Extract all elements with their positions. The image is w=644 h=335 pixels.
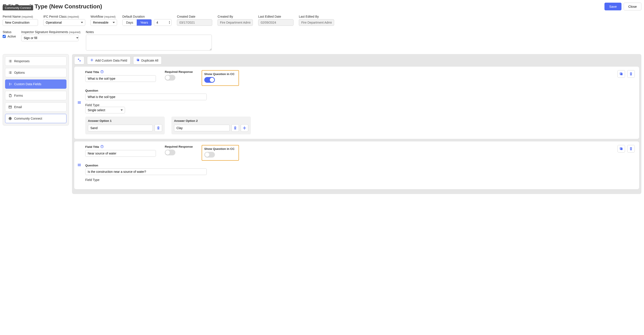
add-field-label: Add Custom Data Field (95, 59, 127, 62)
sidebar-item-label: Email (14, 105, 22, 109)
mail-icon (8, 105, 12, 109)
duration-years-option[interactable]: Years (137, 19, 152, 25)
workflow-label: Workflow (required) (90, 15, 117, 18)
svg-rect-19 (137, 59, 139, 61)
created-date-label: Created Date (177, 15, 212, 18)
delete-option-button[interactable] (154, 124, 162, 132)
svg-point-25 (102, 71, 102, 71)
notes-label: Notes (86, 30, 212, 34)
duplicate-field-button[interactable] (618, 145, 625, 152)
list-icon (8, 59, 12, 63)
sidebar-item-custom-data-fields[interactable]: Custom Data Fields (5, 79, 66, 89)
plus-icon (90, 58, 94, 62)
sidebar-item-label: Forms (14, 94, 23, 97)
status-label: Status (3, 30, 16, 34)
sidebar: Responses Options Custom Data Fields For… (3, 54, 69, 126)
show-in-cc-highlight: Show Question in CC (202, 145, 239, 161)
svg-rect-43 (620, 148, 622, 150)
stepper-down-icon[interactable]: ▼ (168, 22, 170, 24)
show-in-cc-highlight: Show Question in CC (202, 70, 239, 86)
ifc-class-select[interactable] (43, 19, 85, 26)
created-by-value (218, 19, 253, 26)
show-in-cc-toggle[interactable] (204, 152, 215, 158)
delete-field-button[interactable] (627, 70, 635, 78)
question-input[interactable] (85, 94, 207, 100)
data-field-card: Field Title Required ResponseShow Questi… (74, 141, 639, 189)
save-button[interactable]: Save (604, 3, 621, 10)
status-active-checkbox[interactable] (3, 35, 6, 38)
default-duration-label: Default Duration (122, 15, 172, 18)
expand-icon (78, 58, 81, 62)
field-type-select[interactable] (85, 107, 125, 113)
drag-handle-icon[interactable] (77, 163, 81, 168)
info-icon[interactable] (100, 145, 104, 149)
notes-textarea[interactable] (86, 35, 212, 50)
tooltip-community-connect: Community Connect (3, 5, 33, 10)
duplicate-field-button[interactable] (618, 70, 625, 78)
field-title-input[interactable] (85, 75, 156, 82)
sidebar-item-label: Custom Data Fields (14, 82, 41, 86)
list-icon (8, 71, 12, 74)
answer-option-card: Answer Option 2 (172, 116, 251, 134)
created-by-label: Created By (218, 15, 253, 18)
expand-button[interactable] (74, 56, 84, 64)
svg-point-41 (102, 146, 102, 146)
last-edited-date-label: Last Edited Date (258, 15, 294, 18)
workflow-select[interactable] (90, 19, 117, 26)
required-response-label: Required Response (165, 145, 193, 148)
duplicate-all-label: Duplicate All (141, 59, 158, 62)
sidebar-item-email[interactable]: Email (5, 102, 66, 112)
field-title-label: Field Title (85, 145, 156, 149)
required-response-toggle[interactable] (165, 75, 175, 80)
answer-option-card: Answer Option 1 (85, 116, 165, 134)
show-in-cc-label: Show Question in CC (204, 147, 234, 150)
sidebar-item-responses[interactable]: Responses (5, 56, 66, 66)
toolbar: Add Custom Data Field Duplicate All (72, 54, 641, 67)
field-title-label: Field Title (85, 70, 156, 74)
add-custom-data-field-button[interactable]: Add Custom Data Field (87, 56, 130, 64)
drag-handle-icon[interactable] (77, 100, 81, 105)
created-date-value (177, 19, 212, 26)
close-button[interactable]: Close (624, 3, 641, 10)
ifc-class-label: IFC Permit Class (required) (43, 15, 85, 18)
last-edited-date-value (258, 19, 294, 26)
sidebar-item-community-connect[interactable]: Community Connect (5, 114, 66, 123)
show-in-cc-label: Show Question in CC (204, 72, 234, 76)
add-option-button[interactable] (241, 124, 248, 132)
required-response-label: Required Response (165, 70, 193, 73)
question-input[interactable] (85, 168, 207, 175)
last-edited-by-label: Last Edited By (299, 15, 334, 18)
sidebar-item-label: Responses (14, 59, 30, 63)
inspector-sig-label: Inspector Signature Requirements (requir… (21, 30, 80, 34)
sidebar-item-label: Options (14, 71, 25, 74)
permit-name-input[interactable] (3, 19, 38, 26)
answer-option-label: Answer Option 2 (174, 119, 248, 122)
data-field-card: Field Title Required ResponseShow Questi… (74, 67, 639, 139)
duration-stepper[interactable]: ▲▼ (168, 21, 170, 24)
sidebar-item-label: Community Connect (14, 117, 42, 120)
duration-unit-toggle[interactable]: Days Years (122, 19, 152, 26)
show-in-cc-toggle[interactable] (204, 77, 215, 83)
svg-rect-27 (620, 73, 622, 75)
permit-name-label: Permit Name (required) (3, 15, 38, 18)
last-edited-by-value (299, 19, 334, 26)
delete-field-button[interactable] (627, 145, 635, 152)
required-response-toggle[interactable] (165, 150, 175, 155)
status-active-text: Active (8, 35, 16, 38)
sidebar-item-forms[interactable]: Forms (5, 91, 66, 100)
question-label: Question (85, 164, 635, 167)
question-label: Question (85, 89, 635, 92)
text-field-icon (8, 82, 12, 86)
answer-option-input[interactable] (174, 125, 230, 131)
community-connect-icon (8, 117, 12, 120)
field-title-input[interactable] (85, 150, 156, 157)
answer-option-input[interactable] (88, 125, 153, 131)
duration-days-option[interactable]: Days (122, 19, 137, 25)
inspector-sig-select[interactable] (21, 35, 78, 41)
sidebar-item-options[interactable]: Options (5, 68, 66, 77)
document-icon (8, 94, 12, 97)
duplicate-all-button[interactable]: Duplicate All (133, 56, 162, 64)
field-type-label: Field Type (85, 103, 635, 107)
delete-option-button[interactable] (232, 124, 239, 132)
info-icon[interactable] (100, 70, 104, 74)
